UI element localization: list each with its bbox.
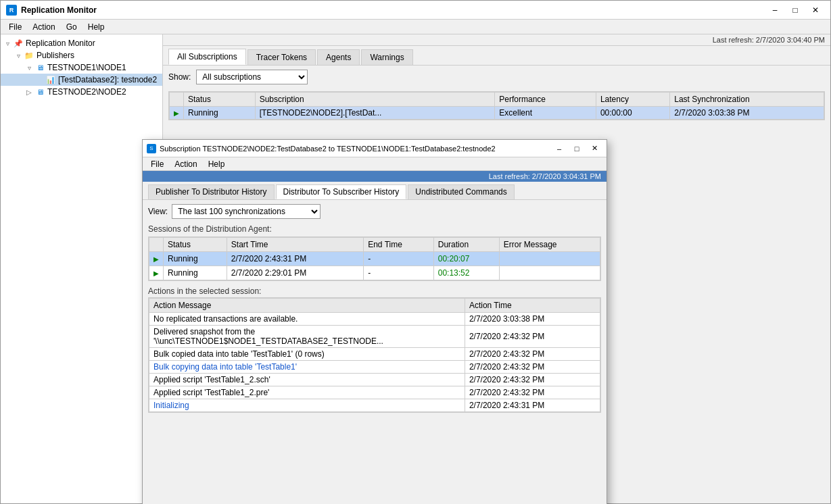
sub-content: View: The last 100 synchronizations All … (143, 200, 607, 504)
sessions-label: Sessions of the Distribution Agent: (143, 223, 607, 235)
table-row[interactable]: ▶ Running [TESTNODE2\NODE2].[TestDat... … (170, 107, 824, 120)
sess-row2-end: - (364, 266, 434, 280)
tab-tracer-tokens[interactable]: Tracer Tokens (247, 49, 316, 65)
close-button[interactable]: ✕ (806, 3, 825, 18)
row-performance: Excellent (495, 107, 596, 120)
session-row-2[interactable]: ▶ Running 2/7/2020 2:29:01 PM - 00:13:52 (149, 266, 600, 280)
tree-publishers-label: Publishers (37, 51, 74, 60)
sess-row1-status: Running (164, 252, 227, 266)
sub-menu-action[interactable]: Action (169, 158, 202, 170)
action-time-1: 2/7/2020 3:03:38 PM (465, 313, 600, 326)
sub-last-refresh: Last refresh: 2/7/2020 3:04:31 PM (489, 172, 601, 180)
sess-row1-start: 2/7/2020 2:43:31 PM (227, 252, 363, 266)
action-time-2: 2/7/2020 2:43:32 PM (465, 326, 600, 348)
menu-file[interactable]: File (3, 21, 27, 33)
tree-item-node2[interactable]: ▷ 🖥 TESTNODE2\NODE2 (1, 86, 162, 98)
tab-warnings[interactable]: Warnings (361, 49, 412, 65)
sess-row2-icon: ▶ (149, 266, 164, 280)
sess-row2-start: 2/7/2020 2:29:01 PM (227, 266, 363, 280)
tree-root-label: Replication Monitor (26, 39, 95, 48)
action-row-7: Initializing 2/7/2020 2:43:31 PM (149, 399, 600, 412)
sub-menu-help[interactable]: Help (203, 158, 231, 170)
tab-all-subscriptions[interactable]: All Subscriptions (168, 49, 246, 65)
tab-agents[interactable]: Agents (317, 49, 360, 65)
sess-col-status: Status (164, 238, 227, 252)
sess-row1-duration: 00:20:07 (433, 252, 499, 266)
expand-icon-db (34, 74, 45, 85)
db-icon: 📊 (45, 74, 56, 85)
sub-menu-file[interactable]: File (145, 158, 169, 170)
action-row-2: Delivered snapshot from the '\\unc\TESTN… (149, 326, 600, 348)
row-last-sync: 2/7/2020 3:03:38 PM (670, 107, 824, 120)
action-msg-4[interactable]: Bulk copying data into table 'TestTable1… (149, 361, 465, 374)
sub-restore-button[interactable]: □ (569, 143, 585, 155)
monitor-icon: 📌 (13, 38, 24, 49)
sess-col-end: End Time (364, 238, 434, 252)
action-time-4: 2/7/2020 2:43:32 PM (465, 361, 600, 374)
sub-tab-pub-dist[interactable]: Publisher To Distributor History (148, 184, 275, 199)
sub-minimize-button[interactable]: – (551, 143, 567, 155)
session-row-1[interactable]: ▶ Running 2/7/2020 2:43:31 PM - 00:20:07 (149, 252, 600, 266)
last-refresh-label: Last refresh: 2/7/2020 3:04:40 PM (713, 36, 825, 44)
action-msg-5: Applied script 'TestTable1_2.sch' (149, 374, 465, 386)
tree-item-root[interactable]: ▿ 📌 Replication Monitor (1, 37, 162, 49)
show-label: Show: (168, 72, 191, 82)
folder-icon: 📁 (24, 50, 34, 61)
action-msg-6: Applied script 'TestTable1_2.pre' (149, 386, 465, 399)
row-icon-cell: ▶ (170, 107, 184, 120)
row-subscription: [TESTNODE2\NODE2].[TestDat... (255, 107, 495, 120)
action-msg-2: Delivered snapshot from the '\\unc\TESTN… (149, 326, 465, 348)
sub-tab-undist[interactable]: Undistributed Commands (408, 184, 514, 199)
subscriptions-table-wrapper: Status Subscription Performance Latency … (168, 91, 825, 120)
tree-panel: ▿ 📌 Replication Monitor ▿ 📁 Publishers ▿… (1, 34, 163, 503)
action-msg-7[interactable]: Initializing (149, 399, 465, 412)
view-select[interactable]: The last 100 synchronizations All synchr… (172, 204, 320, 219)
action-col-time: Action Time (465, 299, 600, 313)
main-title: Replication Monitor (21, 5, 97, 15)
view-label: View: (148, 207, 168, 216)
view-row: View: The last 100 synchronizations All … (143, 200, 607, 223)
tree-db-label: [TestDatabase2]: testnode2 (58, 75, 157, 84)
tree-item-node1[interactable]: ▿ 🖥 TESTNODE1\NODE1 (1, 61, 162, 74)
tree-node2-label: TESTNODE2\NODE2 (47, 87, 126, 97)
maximize-button[interactable]: □ (786, 3, 805, 18)
action-col-message: Action Message (149, 299, 465, 313)
right-tab-bar: All Subscriptions Tracer Tokens Agents W… (163, 46, 830, 66)
sess-row2-error (499, 266, 600, 280)
menu-action[interactable]: Action (27, 21, 60, 33)
col-status: Status (184, 93, 256, 107)
col-subscription: Subscription (255, 93, 495, 107)
menu-go[interactable]: Go (61, 21, 82, 33)
tree-item-db[interactable]: 📊 [TestDatabase2]: testnode2 (1, 74, 162, 86)
actions-table-wrapper: Action Message Action Time No replicated… (148, 297, 601, 413)
sub-menu-bar: File Action Help (143, 157, 607, 171)
action-time-5: 2/7/2020 2:43:32 PM (465, 374, 600, 386)
sub-tab-bar: Publisher To Distributor History Distrib… (143, 182, 607, 200)
sess-col-duration: Duration (433, 238, 499, 252)
sub-window: S Subscription TESTNODE2\NODE2:TestDatab… (142, 139, 607, 504)
sub-title-bar: S Subscription TESTNODE2\NODE2:TestDatab… (143, 140, 607, 157)
sub-title-controls: – □ ✕ (551, 143, 602, 155)
action-row-1: No replicated transactions are available… (149, 313, 600, 326)
sub-tab-dist-sub[interactable]: Distributor To Subscriber History (276, 184, 407, 199)
sub-close-button[interactable]: ✕ (586, 143, 602, 155)
expand-icon-pub: ▿ (13, 50, 24, 61)
expand-icon-node1: ▿ (24, 62, 34, 73)
app-icon: R (6, 5, 17, 16)
actions-table: Action Message Action Time No replicated… (149, 298, 600, 412)
col-performance: Performance (495, 93, 596, 107)
col-last-sync: Last Synchronization (670, 93, 824, 107)
sess-row2-duration: 00:13:52 (433, 266, 499, 280)
subscriptions-table: Status Subscription Performance Latency … (169, 92, 824, 120)
show-select[interactable]: All subscriptions Running subscriptions … (196, 70, 308, 84)
top-status-bar: Last refresh: 2/7/2020 3:04:40 PM (163, 34, 830, 46)
tree-item-publishers[interactable]: ▿ 📁 Publishers (1, 49, 162, 61)
actions-label: Actions in the selected session: (148, 284, 601, 297)
sess-row1-icon: ▶ (149, 252, 164, 266)
minimize-button[interactable]: – (765, 3, 784, 18)
expand-icon-node2: ▷ (24, 86, 34, 97)
tree-node1-label: TESTNODE1\NODE1 (47, 63, 126, 72)
menu-help[interactable]: Help (82, 21, 110, 33)
action-msg-1: No replicated transactions are available… (149, 313, 465, 326)
sessions-table-wrapper: Status Start Time End Time Duration Erro… (148, 236, 601, 281)
